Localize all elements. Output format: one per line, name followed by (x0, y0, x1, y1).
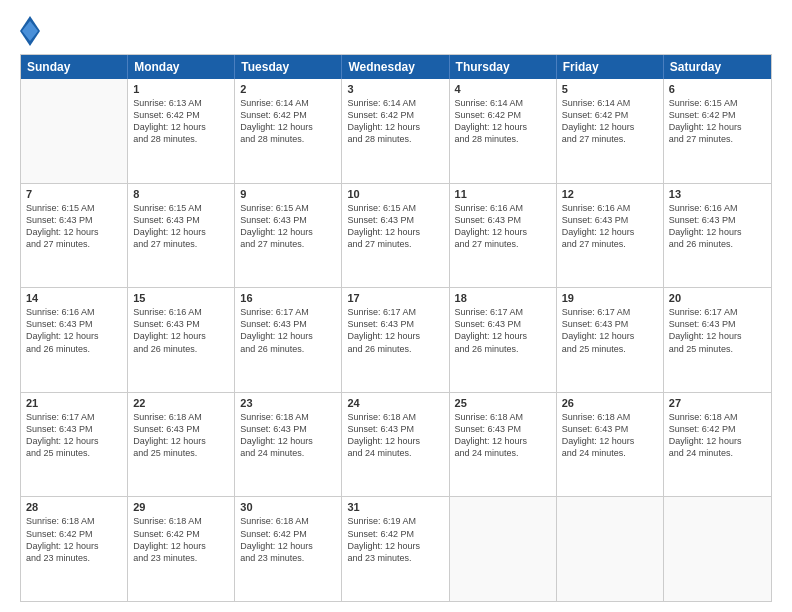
day-number: 2 (240, 83, 336, 95)
weekday-header: Thursday (450, 55, 557, 79)
calendar-cell: 25Sunrise: 6:18 AM Sunset: 6:43 PM Dayli… (450, 393, 557, 497)
day-info: Sunrise: 6:14 AM Sunset: 6:42 PM Dayligh… (240, 97, 336, 146)
day-info: Sunrise: 6:16 AM Sunset: 6:43 PM Dayligh… (455, 202, 551, 251)
day-number: 29 (133, 501, 229, 513)
calendar-cell: 8Sunrise: 6:15 AM Sunset: 6:43 PM Daylig… (128, 184, 235, 288)
day-number: 17 (347, 292, 443, 304)
calendar-cell: 21Sunrise: 6:17 AM Sunset: 6:43 PM Dayli… (21, 393, 128, 497)
calendar-cell: 27Sunrise: 6:18 AM Sunset: 6:42 PM Dayli… (664, 393, 771, 497)
svg-marker-1 (22, 21, 38, 41)
day-number: 30 (240, 501, 336, 513)
day-info: Sunrise: 6:17 AM Sunset: 6:43 PM Dayligh… (347, 306, 443, 355)
calendar-cell: 31Sunrise: 6:19 AM Sunset: 6:42 PM Dayli… (342, 497, 449, 601)
calendar-cell: 18Sunrise: 6:17 AM Sunset: 6:43 PM Dayli… (450, 288, 557, 392)
day-info: Sunrise: 6:18 AM Sunset: 6:42 PM Dayligh… (26, 515, 122, 564)
calendar-cell: 16Sunrise: 6:17 AM Sunset: 6:43 PM Dayli… (235, 288, 342, 392)
weekday-header: Sunday (21, 55, 128, 79)
day-info: Sunrise: 6:17 AM Sunset: 6:43 PM Dayligh… (240, 306, 336, 355)
day-number: 8 (133, 188, 229, 200)
calendar-cell: 24Sunrise: 6:18 AM Sunset: 6:43 PM Dayli… (342, 393, 449, 497)
day-number: 26 (562, 397, 658, 409)
calendar-cell: 9Sunrise: 6:15 AM Sunset: 6:43 PM Daylig… (235, 184, 342, 288)
day-number: 5 (562, 83, 658, 95)
day-number: 25 (455, 397, 551, 409)
day-info: Sunrise: 6:17 AM Sunset: 6:43 PM Dayligh… (26, 411, 122, 460)
calendar-cell: 19Sunrise: 6:17 AM Sunset: 6:43 PM Dayli… (557, 288, 664, 392)
calendar-body: 1Sunrise: 6:13 AM Sunset: 6:42 PM Daylig… (21, 79, 771, 601)
day-info: Sunrise: 6:16 AM Sunset: 6:43 PM Dayligh… (133, 306, 229, 355)
day-info: Sunrise: 6:14 AM Sunset: 6:42 PM Dayligh… (562, 97, 658, 146)
calendar: SundayMondayTuesdayWednesdayThursdayFrid… (20, 54, 772, 602)
calendar-cell: 15Sunrise: 6:16 AM Sunset: 6:43 PM Dayli… (128, 288, 235, 392)
day-number: 14 (26, 292, 122, 304)
header (20, 16, 772, 46)
calendar-cell (664, 497, 771, 601)
day-number: 19 (562, 292, 658, 304)
day-number: 7 (26, 188, 122, 200)
day-number: 11 (455, 188, 551, 200)
day-number: 9 (240, 188, 336, 200)
day-info: Sunrise: 6:15 AM Sunset: 6:43 PM Dayligh… (347, 202, 443, 251)
day-info: Sunrise: 6:15 AM Sunset: 6:43 PM Dayligh… (133, 202, 229, 251)
day-info: Sunrise: 6:19 AM Sunset: 6:42 PM Dayligh… (347, 515, 443, 564)
day-info: Sunrise: 6:18 AM Sunset: 6:42 PM Dayligh… (133, 515, 229, 564)
page: SundayMondayTuesdayWednesdayThursdayFrid… (0, 0, 792, 612)
day-number: 15 (133, 292, 229, 304)
day-number: 21 (26, 397, 122, 409)
logo-icon (20, 16, 40, 46)
day-info: Sunrise: 6:18 AM Sunset: 6:43 PM Dayligh… (133, 411, 229, 460)
day-info: Sunrise: 6:15 AM Sunset: 6:42 PM Dayligh… (669, 97, 766, 146)
calendar-cell: 23Sunrise: 6:18 AM Sunset: 6:43 PM Dayli… (235, 393, 342, 497)
calendar-row: 28Sunrise: 6:18 AM Sunset: 6:42 PM Dayli… (21, 497, 771, 601)
day-info: Sunrise: 6:18 AM Sunset: 6:43 PM Dayligh… (240, 411, 336, 460)
day-info: Sunrise: 6:17 AM Sunset: 6:43 PM Dayligh… (455, 306, 551, 355)
day-info: Sunrise: 6:13 AM Sunset: 6:42 PM Dayligh… (133, 97, 229, 146)
calendar-cell: 30Sunrise: 6:18 AM Sunset: 6:42 PM Dayli… (235, 497, 342, 601)
day-info: Sunrise: 6:14 AM Sunset: 6:42 PM Dayligh… (347, 97, 443, 146)
day-info: Sunrise: 6:16 AM Sunset: 6:43 PM Dayligh… (669, 202, 766, 251)
calendar-cell: 6Sunrise: 6:15 AM Sunset: 6:42 PM Daylig… (664, 79, 771, 183)
calendar-cell: 7Sunrise: 6:15 AM Sunset: 6:43 PM Daylig… (21, 184, 128, 288)
weekday-header: Tuesday (235, 55, 342, 79)
day-info: Sunrise: 6:18 AM Sunset: 6:43 PM Dayligh… (455, 411, 551, 460)
day-number: 24 (347, 397, 443, 409)
day-info: Sunrise: 6:16 AM Sunset: 6:43 PM Dayligh… (562, 202, 658, 251)
day-info: Sunrise: 6:14 AM Sunset: 6:42 PM Dayligh… (455, 97, 551, 146)
calendar-header: SundayMondayTuesdayWednesdayThursdayFrid… (21, 55, 771, 79)
calendar-cell: 13Sunrise: 6:16 AM Sunset: 6:43 PM Dayli… (664, 184, 771, 288)
calendar-cell: 29Sunrise: 6:18 AM Sunset: 6:42 PM Dayli… (128, 497, 235, 601)
calendar-cell: 1Sunrise: 6:13 AM Sunset: 6:42 PM Daylig… (128, 79, 235, 183)
day-number: 18 (455, 292, 551, 304)
day-number: 23 (240, 397, 336, 409)
calendar-row: 7Sunrise: 6:15 AM Sunset: 6:43 PM Daylig… (21, 184, 771, 289)
logo (20, 16, 44, 46)
day-info: Sunrise: 6:17 AM Sunset: 6:43 PM Dayligh… (562, 306, 658, 355)
day-number: 27 (669, 397, 766, 409)
calendar-cell: 14Sunrise: 6:16 AM Sunset: 6:43 PM Dayli… (21, 288, 128, 392)
calendar-cell: 20Sunrise: 6:17 AM Sunset: 6:43 PM Dayli… (664, 288, 771, 392)
calendar-cell: 17Sunrise: 6:17 AM Sunset: 6:43 PM Dayli… (342, 288, 449, 392)
day-number: 6 (669, 83, 766, 95)
day-number: 28 (26, 501, 122, 513)
weekday-header: Monday (128, 55, 235, 79)
day-info: Sunrise: 6:18 AM Sunset: 6:42 PM Dayligh… (669, 411, 766, 460)
calendar-cell (21, 79, 128, 183)
day-info: Sunrise: 6:18 AM Sunset: 6:43 PM Dayligh… (562, 411, 658, 460)
day-info: Sunrise: 6:15 AM Sunset: 6:43 PM Dayligh… (26, 202, 122, 251)
weekday-header: Friday (557, 55, 664, 79)
calendar-cell: 10Sunrise: 6:15 AM Sunset: 6:43 PM Dayli… (342, 184, 449, 288)
day-info: Sunrise: 6:18 AM Sunset: 6:42 PM Dayligh… (240, 515, 336, 564)
calendar-cell: 2Sunrise: 6:14 AM Sunset: 6:42 PM Daylig… (235, 79, 342, 183)
day-number: 22 (133, 397, 229, 409)
calendar-cell (450, 497, 557, 601)
calendar-cell (557, 497, 664, 601)
calendar-row: 21Sunrise: 6:17 AM Sunset: 6:43 PM Dayli… (21, 393, 771, 498)
day-number: 13 (669, 188, 766, 200)
calendar-cell: 11Sunrise: 6:16 AM Sunset: 6:43 PM Dayli… (450, 184, 557, 288)
calendar-cell: 12Sunrise: 6:16 AM Sunset: 6:43 PM Dayli… (557, 184, 664, 288)
calendar-cell: 26Sunrise: 6:18 AM Sunset: 6:43 PM Dayli… (557, 393, 664, 497)
day-number: 16 (240, 292, 336, 304)
calendar-cell: 22Sunrise: 6:18 AM Sunset: 6:43 PM Dayli… (128, 393, 235, 497)
weekday-header: Saturday (664, 55, 771, 79)
calendar-cell: 5Sunrise: 6:14 AM Sunset: 6:42 PM Daylig… (557, 79, 664, 183)
